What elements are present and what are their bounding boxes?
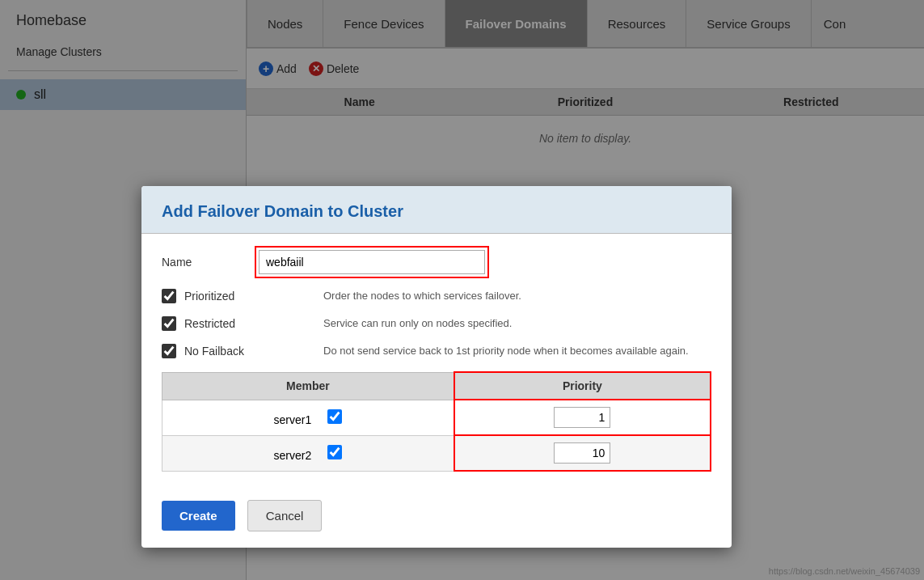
priority-input-1[interactable] <box>554 442 610 464</box>
name-row: Name <box>162 250 711 274</box>
modal-dialog: Add Failover Domain to Cluster Name Prio… <box>141 186 732 548</box>
prioritized-desc: Order the nodes to which services failov… <box>323 289 711 302</box>
modal-header: Add Failover Domain to Cluster <box>141 186 732 234</box>
modal-footer: Create Cancel <box>141 488 732 548</box>
priority-cell-0 <box>454 400 711 435</box>
restricted-label: Restricted <box>184 317 235 330</box>
member-name-1: server2 <box>162 435 454 471</box>
priority-cell-1 <box>454 435 711 471</box>
restricted-label-area: Restricted <box>162 316 323 331</box>
members-col-priority: Priority <box>454 372 711 400</box>
modal-body: Name Prioritized Order the nodes to whic… <box>141 234 732 488</box>
priority-input-0[interactable] <box>554 407 610 428</box>
nofailback-label-area: No Failback <box>162 344 323 358</box>
restricted-checkbox[interactable] <box>162 316 176 331</box>
member-checkbox-0[interactable] <box>327 409 342 424</box>
restricted-row: Restricted Service can run only on nodes… <box>162 316 711 331</box>
member-name-0: server1 <box>162 400 454 435</box>
restricted-desc: Service can run only on nodes specified. <box>323 316 711 329</box>
prioritized-row: Prioritized Order the nodes to which ser… <box>162 289 711 303</box>
create-button[interactable]: Create <box>162 501 235 531</box>
nofailback-row: No Failback Do not send service back to … <box>162 344 711 358</box>
nofailback-desc: Do not send service back to 1st priority… <box>323 344 711 357</box>
name-input[interactable] <box>259 250 485 274</box>
name-field-wrapper <box>259 250 485 274</box>
watermark: https://blog.csdn.net/weixin_45674039 <box>769 566 920 576</box>
prioritized-label: Prioritized <box>184 290 234 303</box>
name-label: Name <box>162 256 259 269</box>
modal-title: Add Failover Domain to Cluster <box>162 202 711 221</box>
prioritized-checkbox[interactable] <box>162 289 176 303</box>
member-checkbox-1[interactable] <box>327 445 342 459</box>
cancel-button[interactable]: Cancel <box>247 500 323 531</box>
nofailback-checkbox[interactable] <box>162 344 176 358</box>
members-col-member: Member <box>162 372 454 400</box>
members-table: Member Priority server1server2 <box>162 371 711 472</box>
prioritized-label-area: Prioritized <box>162 289 323 303</box>
nofailback-label: No Failback <box>184 345 244 358</box>
